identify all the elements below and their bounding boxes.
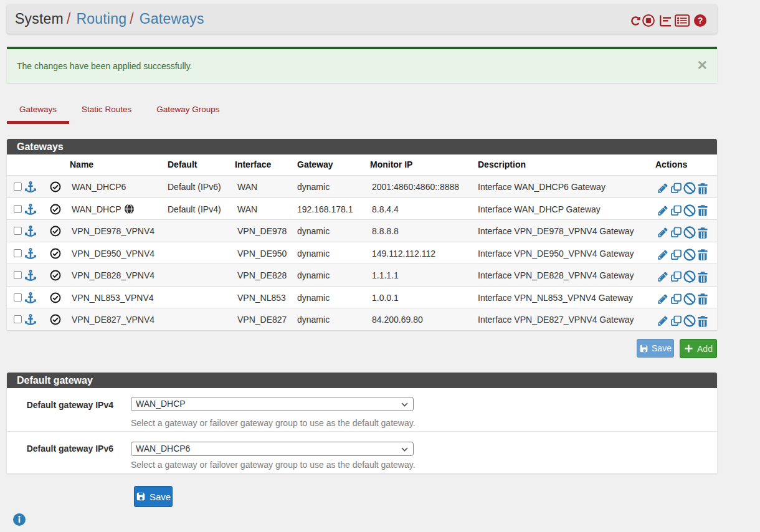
svg-text:?: ? [698,16,703,26]
